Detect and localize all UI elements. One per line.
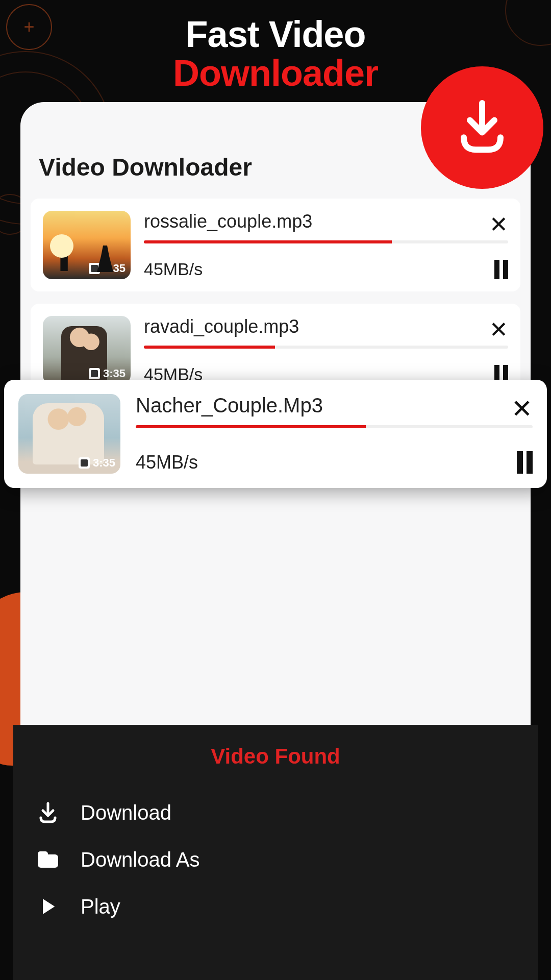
duration-badge: 3:35 [89,367,126,380]
video-thumbnail: 3:35 [43,316,131,384]
app-title-line1: Fast Video [0,13,551,55]
option-label: Download As [81,848,199,871]
download-icon [452,97,513,158]
progress-bar [136,425,533,428]
duration-badge: 3:35 [89,262,126,275]
option-play[interactable]: Play [36,883,515,930]
close-icon[interactable]: ✕ [511,394,533,416]
duration-text: 3:35 [103,262,126,275]
sheet-title: Video Found [36,744,515,769]
active-download-card[interactable]: 3:35 Nacher_Couple.Mp3 ✕ 45MB/s [4,380,547,488]
option-label: Download [81,801,171,824]
svg-rect-1 [38,851,48,857]
video-found-sheet: Video Found Download Download As Play [13,725,538,980]
play-icon [36,894,60,919]
download-fab[interactable] [421,66,543,189]
download-item[interactable]: 3:35 rossalie_couple.mp3 ✕ 45MB/s [31,199,520,291]
file-name: ravadi_couple.mp3 [144,316,299,337]
pause-button[interactable] [494,260,508,279]
speed-text: 45MB/s [136,452,198,473]
speed-text: 45MB/s [144,259,203,279]
file-name: Nacher_Couple.Mp3 [136,394,323,417]
close-icon[interactable]: ✕ [489,316,508,336]
option-download[interactable]: Download [36,789,515,836]
duration-text: 3:35 [93,456,115,470]
option-download-as[interactable]: Download As [36,836,515,883]
video-thumbnail: 3:35 [43,211,131,279]
pause-button[interactable] [517,451,533,474]
video-icon [89,263,100,274]
folder-icon [36,847,60,872]
video-icon [79,457,90,469]
progress-bar [144,346,508,349]
close-icon[interactable]: ✕ [489,211,508,231]
duration-badge: 3:35 [79,456,115,470]
duration-text: 3:35 [103,367,126,380]
download-icon [36,800,60,825]
video-thumbnail: 3:35 [18,394,120,474]
file-name: rossalie_couple.mp3 [144,211,312,232]
progress-bar [144,240,508,243]
option-label: Play [81,895,120,918]
video-icon [89,368,100,379]
